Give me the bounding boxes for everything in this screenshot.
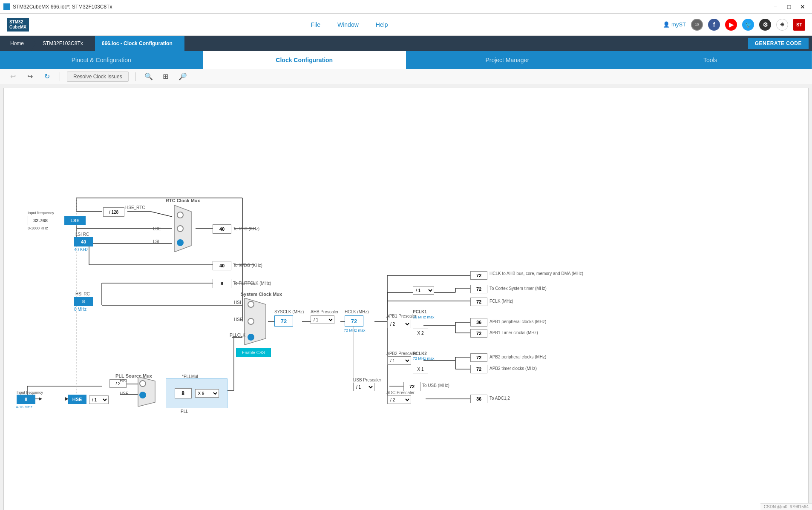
zoom-out-button[interactable]: 🔎: [177, 71, 189, 83]
to-flitfclk-label: To FLITFCLK (MHz): [233, 281, 271, 286]
home-crumb-wrap: Home: [3, 36, 36, 51]
chip-crumb[interactable]: STM32F103C8Tx: [36, 39, 90, 48]
facebook-icon[interactable]: f: [708, 19, 720, 31]
input-freq-label-1: Input frequency: [28, 211, 54, 215]
ahb-prescaler-label: AHB Prescaler: [311, 309, 339, 314]
twitter-icon[interactable]: 🐦: [742, 19, 754, 31]
input-freq-2-box: 8: [17, 395, 35, 404]
menu-items: File Window Help: [36, 21, 663, 28]
rtc-mux-hse-radio[interactable]: [177, 212, 184, 218]
resolve-clock-issues-button[interactable]: Resolve Clock Issues: [67, 72, 129, 82]
lse-mux-label: LSE: [153, 226, 161, 231]
svg-marker-67: [39, 397, 42, 401]
redo-button[interactable]: ↪: [24, 71, 36, 83]
github-icon[interactable]: ⚙: [759, 19, 771, 31]
hclk-box[interactable]: 72: [345, 315, 363, 327]
apb2-prescaler-label: APB2 Prescaler: [386, 351, 417, 356]
pll-mul-val-box[interactable]: 8: [175, 388, 192, 398]
ahb-prescaler-select[interactable]: / 1/ 2/ 4: [311, 315, 334, 324]
generate-code-button[interactable]: GENERATE CODE: [748, 38, 809, 49]
cortex-box: 72: [470, 285, 487, 293]
window-menu[interactable]: Window: [337, 21, 359, 28]
apb2-peripheral-box: 72: [470, 353, 487, 362]
hsi-rc-label: HSI RC: [75, 292, 90, 296]
cortex-div-wrap: / 1/ 8: [413, 286, 434, 295]
sys-mux-pll-radio[interactable]: [248, 334, 254, 341]
input-freq-label-2: Input frequency: [17, 390, 43, 395]
rtc-mux-lse-radio[interactable]: [177, 225, 184, 232]
x2-block: X 2: [413, 329, 428, 337]
minimize-button[interactable]: −: [769, 2, 781, 11]
help-menu[interactable]: Help: [376, 21, 388, 28]
adc-box: 36: [470, 395, 487, 403]
main-content: Input frequency 32.768 0-1000 KHz LSE LS…: [3, 88, 809, 510]
rtc-clock-mux-label: RTC Clock Mux: [166, 198, 200, 203]
hse-block[interactable]: HSE: [68, 395, 86, 404]
home-crumb[interactable]: Home: [3, 39, 31, 48]
apb2-timer-box: 72: [470, 365, 487, 373]
adc-label: To ADC1,2: [490, 396, 510, 401]
maximize-button[interactable]: □: [783, 2, 795, 11]
adc-prescaler-select-wrap: / 2/ 4/ 6: [387, 395, 411, 404]
input-freq-1-box: 32.768: [28, 216, 53, 225]
enable-css-button[interactable]: Enable CSS: [236, 348, 271, 357]
youtube-icon[interactable]: ▶: [725, 19, 737, 31]
sys-mux-hse-radio[interactable]: [248, 318, 254, 325]
apb2-timer-label: APB2 timer clocks (MHz): [490, 366, 537, 371]
pclk1-label: PCLK1: [413, 309, 427, 314]
usb-prescaler-select[interactable]: / 1/ 1.5: [353, 383, 374, 391]
hse-div1-wrap: / 1/ 2: [89, 395, 109, 404]
project-crumb[interactable]: 666.ioc - Clock Configuration: [95, 39, 179, 48]
pclk1-max-label: 36 MHz max: [413, 315, 435, 319]
apb2-prescaler-select[interactable]: / 1/ 2: [387, 356, 411, 365]
pll-hse-label: HSE: [120, 391, 129, 396]
anniversary-icon: 10: [691, 19, 703, 31]
hclk-max-label: 72 MHz max: [344, 328, 366, 332]
undo-button[interactable]: ↩: [7, 71, 19, 83]
refresh-button[interactable]: ↻: [41, 71, 53, 83]
crumb-arrow-3: [179, 36, 184, 51]
rtc-mux-lsi-radio[interactable]: [177, 239, 184, 246]
menu-bar: STM32CubeMX File Window Help 👤 myST 10 f…: [0, 14, 812, 36]
tab-tools[interactable]: Tools: [609, 51, 812, 69]
usb-prescaler-label: USB Prescaler: [353, 378, 381, 382]
window-controls: − □ ✕: [769, 2, 809, 11]
to-rtc-box: 40: [213, 224, 231, 234]
file-menu[interactable]: File: [311, 21, 320, 28]
hsi-value-block[interactable]: 8: [74, 297, 93, 306]
tab-clock[interactable]: Clock Configuration: [203, 51, 406, 69]
user-icon: 👤: [663, 21, 670, 28]
close-button[interactable]: ✕: [797, 2, 809, 11]
sys-hse-label: HSE: [234, 317, 243, 322]
cortex-div-select[interactable]: / 1/ 8: [413, 286, 434, 295]
lse-block[interactable]: LSE: [64, 216, 86, 225]
zoom-in-button[interactable]: 🔍: [143, 71, 155, 83]
fit-button[interactable]: ⊞: [160, 71, 172, 83]
chip-crumb-wrap: STM32F103C8Tx: [36, 36, 95, 51]
tab-project-manager[interactable]: Project Manager: [406, 51, 609, 69]
cortex-label: To Cortex System timer (MHz): [490, 286, 547, 291]
input-freq-1-unit: 0-1000 KHz: [28, 226, 48, 230]
pll-mux-hse-radio[interactable]: [139, 392, 146, 398]
pll-mul-select[interactable]: X 9X 2X 3X 4: [195, 389, 219, 398]
fclk-box: 72: [470, 298, 487, 306]
toolbar: ↩ ↪ ↻ Resolve Clock Issues 🔍 ⊞ 🔎: [0, 69, 812, 84]
apb1-prescaler-select[interactable]: / 2/ 1/ 4: [387, 320, 411, 328]
fclk-label: FCLK (MHz): [490, 299, 513, 304]
sys-mux-hsi-radio[interactable]: [248, 301, 254, 308]
pll-mux-hsi-radio[interactable]: [139, 380, 146, 387]
network-icon[interactable]: ✳: [776, 19, 788, 31]
hclk-ahb-box: 72: [470, 271, 487, 280]
adc-prescaler-select[interactable]: / 2/ 4/ 6: [387, 395, 411, 404]
to-iwdg-label: To IWDG (KHz): [233, 263, 262, 268]
menu-right: 👤 myST 10 f ▶ 🐦 ⚙ ✳ ST: [663, 19, 812, 31]
hclk-ahb-label: HCLK to AHB bus, core, memory and DMA (M…: [490, 271, 583, 276]
tab-pinout[interactable]: Pinout & Configuration: [0, 51, 203, 69]
lsi-unit-label: 40 KHz: [74, 247, 88, 252]
lsi-rc-label: LSI RC: [75, 232, 89, 237]
st-icon[interactable]: ST: [793, 19, 805, 31]
myst-button[interactable]: 👤 myST: [663, 21, 686, 28]
lsi-value-block[interactable]: 40: [74, 237, 93, 246]
sysclk-box[interactable]: 72: [274, 315, 293, 327]
hse-div1-select[interactable]: / 1/ 2: [89, 395, 109, 404]
